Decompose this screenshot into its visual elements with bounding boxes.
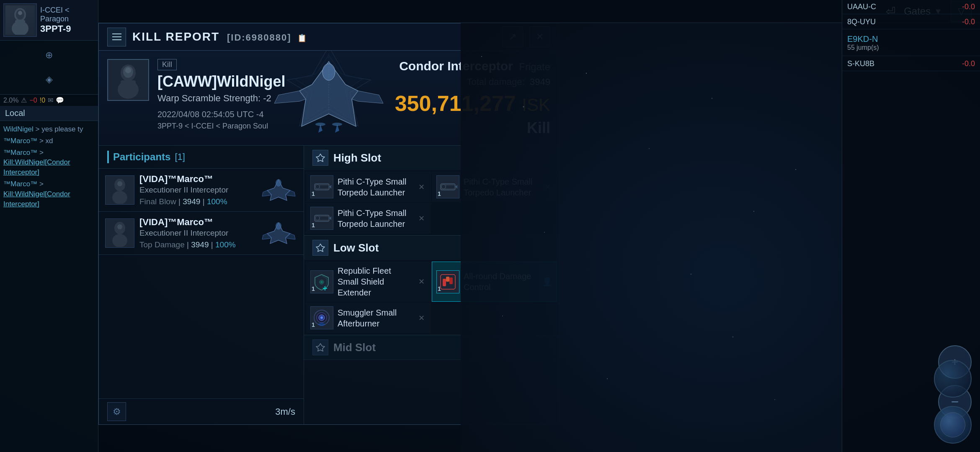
low-slot-item-1[interactable]: 1 Republic Fleet Small Shield Extender ✕ xyxy=(306,262,431,302)
character-info: I-CCEI < Paragon 3PPT-9 xyxy=(0,0,98,41)
char-corp: I-CCEI < Paragon xyxy=(40,6,95,23)
victim-avatar[interactable] xyxy=(107,59,149,101)
status-minus: −0 xyxy=(29,97,37,104)
participant-list: [VIDA]™Marco™ Executioner II Interceptor… xyxy=(99,169,304,398)
participant-item-1[interactable]: [VIDA]™Marco™ Executioner II Interceptor… xyxy=(99,169,304,212)
right-panel: UAAU-C -0.0 8Q-UYU -0.0 E9KD-N 55 jump(s… xyxy=(842,0,980,452)
nav-icons: ⊕ ◈ xyxy=(0,41,98,94)
low-slot-icon xyxy=(312,240,328,256)
svg-point-69 xyxy=(753,211,754,212)
svg-point-76 xyxy=(774,399,775,400)
sphere-button[interactable] xyxy=(934,406,972,444)
participant-item-2[interactable]: [VIDA]™Marco™ Executioner II Interceptor… xyxy=(99,212,304,255)
participant-ship-icon-2 xyxy=(260,221,297,246)
chat-message-1: WildNigel > yes please ty xyxy=(3,124,95,134)
low-slot-item-1-name: Republic Fleet Small Shield Extender xyxy=(338,265,413,298)
svg-rect-56 xyxy=(446,277,449,282)
chat-message-4: ™Marco™ > Kill:WildNigel[Condor Intercep… xyxy=(3,179,95,209)
nav-map[interactable]: ◈ xyxy=(0,69,98,90)
kill-report-title: KILL REPORT [ID:6980880] 📋 xyxy=(132,30,496,44)
menu-button[interactable] xyxy=(107,28,126,46)
high-slot-item-1-close[interactable]: ✕ xyxy=(417,181,426,193)
svg-point-65 xyxy=(523,106,524,108)
svg-point-71 xyxy=(691,274,692,275)
svg-marker-46 xyxy=(329,216,331,220)
damage-control-icon: 1 xyxy=(436,270,459,293)
svg-rect-57 xyxy=(449,277,453,284)
svg-point-74 xyxy=(732,336,734,338)
nav-location[interactable]: ⊕ xyxy=(0,45,98,66)
chat-tab-local[interactable]: Local xyxy=(0,106,98,121)
participant-stats-2: Top Damage | 3949 | 100% xyxy=(139,240,255,249)
kill-type-label: Kill xyxy=(157,59,177,70)
menu-icon xyxy=(112,33,121,40)
svg-rect-21 xyxy=(121,80,136,91)
svg-point-19 xyxy=(125,67,131,73)
high-slot-item-1[interactable]: 1 Pithi C-Type Small Torpedo Launcher ✕ xyxy=(306,172,431,202)
svg-rect-55 xyxy=(443,279,446,286)
svg-point-75 xyxy=(607,378,608,379)
star-field xyxy=(461,23,842,452)
svg-point-62 xyxy=(318,323,325,326)
high-slot-item-3-name: Pithi C-Type Small Torpedo Launcher xyxy=(338,208,413,229)
torpedo-launcher-icon-2: 1 xyxy=(436,175,459,198)
low-slot-title: Low Slot xyxy=(333,241,379,254)
svg-point-51 xyxy=(320,281,323,283)
participants-header: Participants [1] xyxy=(99,146,304,169)
svg-point-61 xyxy=(320,316,323,319)
svg-point-68 xyxy=(712,98,713,99)
high-slot-item-3[interactable]: 1 Pithi C-Type Small Torpedo Launcher ✕ xyxy=(306,203,431,234)
torpedo-launcher-icon-1: 1 xyxy=(310,175,333,198)
high-slot-item-3-close[interactable]: ✕ xyxy=(417,212,426,225)
character-avatar[interactable] xyxy=(3,3,37,37)
svg-rect-40 xyxy=(320,185,328,188)
header-bar xyxy=(107,151,109,163)
participant-name-2: [VIDA]™Marco™ xyxy=(139,217,255,228)
low-slot-item-1-close[interactable]: ✕ xyxy=(417,275,426,288)
high-slot-item-1-name: Pithi C-Type Small Torpedo Launcher xyxy=(338,176,413,198)
afterburner-icon: 1 xyxy=(310,306,333,329)
status-bar: 2.0% ⚠ −0 !0 ✉ 💬 xyxy=(0,94,98,106)
svg-rect-4 xyxy=(15,20,25,28)
route-uaau: UAAU-C -0.0 xyxy=(842,0,980,14)
status-chat[interactable]: 💬 xyxy=(56,96,64,104)
high-slot-icon xyxy=(312,150,328,166)
participants-panel: Participants [1] [VIDA]™Marco™ xyxy=(99,146,304,424)
mid-slot-icon xyxy=(312,339,328,355)
participant-details-2: [VIDA]™Marco™ Executioner II Interceptor… xyxy=(139,217,255,249)
low-slot-item-3-close[interactable]: ✕ xyxy=(417,312,426,324)
chat-message-3: ™Marco™ > Kill:WildNigel[Condor Intercep… xyxy=(3,148,95,177)
svg-point-72 xyxy=(795,169,796,170)
svg-point-43 xyxy=(441,185,446,189)
speed-display: 3m/s xyxy=(275,406,295,417)
svg-point-23 xyxy=(117,181,122,186)
chat-messages: WildNigel > yes please ty ™Marco™ > xd ™… xyxy=(0,121,98,452)
participant-ship-icon-1 xyxy=(260,177,297,203)
settings-button[interactable]: ⚙ xyxy=(107,402,126,421)
participant-details-1: [VIDA]™Marco™ Executioner II Interceptor… xyxy=(139,174,255,206)
high-slot-title: High Slot xyxy=(333,152,381,164)
svg-point-70 xyxy=(544,232,545,233)
svg-point-64 xyxy=(481,56,482,57)
svg-point-47 xyxy=(315,216,320,220)
shield-extender-icon: 1 xyxy=(310,270,333,293)
route-8q: 8Q-UYU -0.0 xyxy=(842,15,980,29)
sphere-button-2[interactable] xyxy=(934,360,972,398)
svg-marker-63 xyxy=(316,344,325,351)
torpedo-launcher-icon-3: 1 xyxy=(310,207,333,230)
low-slot-item-3[interactable]: 1 Smuggler Small Afterburner ✕ xyxy=(306,303,431,333)
char-name: 3PPT-9 xyxy=(40,23,95,34)
svg-point-35 xyxy=(276,222,281,230)
svg-point-66 xyxy=(586,73,587,74)
participant-avatar-2 xyxy=(105,218,134,248)
left-panel: I-CCEI < Paragon 3PPT-9 ⊕ ◈ 2.0% ⚠ −0 !0… xyxy=(0,0,98,452)
ship-model xyxy=(245,59,413,136)
svg-marker-9 xyxy=(274,91,306,103)
status-mail[interactable]: ✉ xyxy=(48,96,53,104)
route-e9kd: E9KD-N 55 jump(s) xyxy=(842,30,980,56)
mid-slot-title: Mid Slot xyxy=(333,341,376,354)
svg-point-2 xyxy=(18,11,22,15)
svg-marker-36 xyxy=(316,154,325,162)
participant-ship-1: Executioner II Interceptor xyxy=(139,185,255,195)
svg-marker-38 xyxy=(329,185,331,189)
